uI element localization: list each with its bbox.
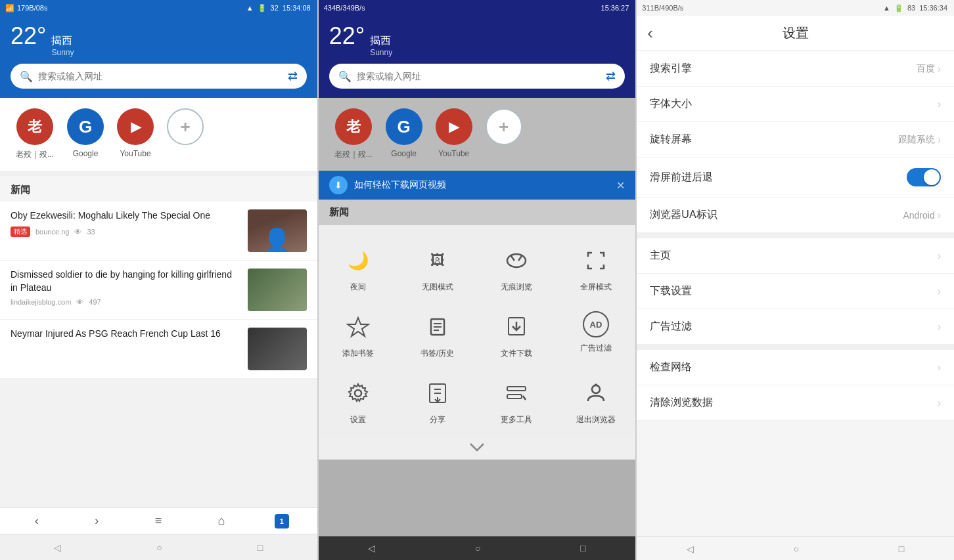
sys-recent-p3[interactable]: □ xyxy=(899,544,904,554)
menu-settings[interactable]: 设置 xyxy=(319,368,398,435)
menu-grid: 🌙 夜间 🖼 无图模式 无痕浏览 全屏模式 xyxy=(319,236,636,435)
chevron-search-engine: › xyxy=(938,63,941,75)
search-input-p1[interactable] xyxy=(38,71,283,81)
battery-icon-p3: 🔋 xyxy=(894,4,903,12)
news-badge-1: 精选 xyxy=(11,226,30,237)
nav-row-system: ◁ ○ □ xyxy=(0,534,317,560)
chevron-clear-data: › xyxy=(938,397,941,409)
news-source-1: bounce.ng xyxy=(35,228,69,236)
search-input-p2[interactable] xyxy=(357,71,601,81)
city-p1: 揭西 xyxy=(51,34,74,48)
news-source-2: lindaikejisblog.com xyxy=(11,298,71,306)
menu-download[interactable]: 文件下载 xyxy=(477,302,556,368)
scan-icon-p2[interactable]: ⇄ xyxy=(606,69,616,83)
menu-night[interactable]: 🌙 夜间 xyxy=(319,236,398,302)
news-item-2[interactable]: Dismissed soldier to die by hanging for … xyxy=(0,261,317,320)
home-btn-p1[interactable]: ⌂ xyxy=(212,511,232,530)
chevron-ua: › xyxy=(938,209,941,221)
divider-settings-1 xyxy=(637,233,954,238)
menu-btn-p1[interactable]: ≡ xyxy=(148,511,169,530)
wifi-icon-p3: ▲ xyxy=(883,4,890,12)
shortcut-youtube[interactable]: ▶ YouTube xyxy=(117,108,154,160)
back-btn-settings[interactable]: ‹ xyxy=(647,23,653,43)
shortcut-circle-google: G xyxy=(67,108,104,145)
svg-line-16 xyxy=(523,396,526,400)
search-engine-value: 百度 xyxy=(917,63,935,75)
menu-bookmark[interactable]: 添加书签 xyxy=(319,302,398,368)
sys-home-p2[interactable]: ○ xyxy=(475,543,480,553)
menu-history[interactable]: 书签/历史 xyxy=(398,302,477,368)
shortcut-add[interactable]: + xyxy=(167,108,204,160)
shortcut-circle-youtube-p2: ▶ xyxy=(436,108,472,145)
noimage-icon: 🖼 xyxy=(422,245,453,276)
swipe-nav-toggle[interactable] xyxy=(907,168,941,186)
menu-collapse-btn[interactable] xyxy=(319,435,636,460)
menu-exit[interactable]: 退出浏览器 xyxy=(556,368,636,435)
news-meta-2: lindaikejisblog.com 👁 497 xyxy=(11,298,240,306)
shortcut-circle-google-p2: G xyxy=(386,108,422,145)
setting-clear-data[interactable]: 清除浏览数据 › xyxy=(637,385,954,421)
svg-rect-17 xyxy=(507,395,522,398)
shortcut-circle-add-p2: + xyxy=(486,108,522,145)
news-thumb-1 xyxy=(248,209,307,252)
notif-close-btn[interactable]: ✕ xyxy=(616,179,625,192)
setting-font-size[interactable]: 字体大小 › xyxy=(637,87,954,122)
search-bar-p2[interactable]: 🔍 ⇄ xyxy=(329,64,625,89)
back-btn-p1[interactable]: ‹ xyxy=(28,511,45,530)
news-thumb-2 xyxy=(248,269,307,311)
menu-adblock[interactable]: AD 广告过滤 xyxy=(556,302,636,368)
setting-network[interactable]: 检查网络 › xyxy=(637,350,954,385)
news-item-3[interactable]: Neymar Injured As PSG Reach French Cup L… xyxy=(0,320,317,379)
search-bar-p1[interactable]: 🔍 ⇄ xyxy=(11,64,307,89)
setting-homepage[interactable]: 主页 › xyxy=(637,238,954,274)
menu-noimage[interactable]: 🖼 无图模式 xyxy=(398,236,477,302)
sys-back-p3[interactable]: ◁ xyxy=(687,544,694,554)
settings-list: 搜索引擎 百度 › 字体大小 › 旋转屏幕 跟随系统 › 滑屏前进后退 浏览器U… xyxy=(637,51,954,421)
news-headline-3: Neymar Injured As PSG Reach French Cup L… xyxy=(11,328,240,341)
tabs-btn-p1[interactable]: 1 xyxy=(275,514,289,528)
setting-adfilter[interactable]: 广告过滤 › xyxy=(637,309,954,345)
scan-icon-p1[interactable]: ⇄ xyxy=(288,69,298,83)
menu-incognito[interactable]: 无痕浏览 xyxy=(477,236,556,302)
menu-more[interactable]: 更多工具 xyxy=(477,368,556,435)
status-icons-p3: ▲ 🔋 83 15:36:34 xyxy=(883,4,947,12)
history-icon xyxy=(422,311,453,343)
sys-recent-p1[interactable]: □ xyxy=(251,540,269,555)
sys-home-p1[interactable]: ○ xyxy=(150,540,168,555)
menu-fullscreen[interactable]: 全屏模式 xyxy=(556,236,636,302)
shortcut-label-google: Google xyxy=(73,149,99,158)
weather-row-p2: 22° 揭西 Sunny xyxy=(329,22,625,57)
night-icon: 🌙 xyxy=(342,245,374,276)
shortcut-label-google-p2: Google xyxy=(391,149,417,158)
setting-search-engine[interactable]: 搜索引擎 百度 › xyxy=(637,51,954,87)
bottom-nav-p1: ‹ › ≡ ⌂ 1 ◁ ○ □ xyxy=(0,507,317,560)
setting-rotation[interactable]: 旋转屏幕 跟随系统 › xyxy=(637,122,954,158)
eye-icon-2: 👁 xyxy=(76,298,83,306)
shortcut-google[interactable]: G Google xyxy=(67,108,104,160)
shortcut-add-p2[interactable]: + xyxy=(486,108,522,160)
weather-desc-p1: Sunny xyxy=(51,48,74,57)
status-bar-left-p1: 📶 179B/08s xyxy=(5,4,47,12)
setting-swipe-nav[interactable]: 滑屏前进后退 xyxy=(637,158,954,198)
forward-btn-p1[interactable]: › xyxy=(88,511,105,530)
panel-browser-menu: 434B/349B/s 15:36:27 22° 揭西 Sunny 🔍 ⇄ 老 … xyxy=(319,0,636,560)
shortcut-circle-youtube: ▶ xyxy=(117,108,154,145)
shortcut-youtube-p2[interactable]: ▶ YouTube xyxy=(436,108,472,160)
sys-recent-p2[interactable]: □ xyxy=(580,543,585,553)
sys-home-p3[interactable]: ○ xyxy=(794,544,799,554)
panel-settings: 311B/490B/s ▲ 🔋 83 15:36:34 ‹ 设置 搜索引擎 百度… xyxy=(637,0,954,560)
divider-settings-2 xyxy=(637,345,954,350)
shortcut-google-p2[interactable]: G Google xyxy=(386,108,422,160)
shortcut-label-youtube-p2: YouTube xyxy=(438,149,469,158)
sys-back-p1[interactable]: ◁ xyxy=(47,540,68,555)
svg-line-2 xyxy=(518,256,522,261)
shortcut-laomo-p2[interactable]: 老 老殁｜殁... xyxy=(334,108,373,160)
sys-back-p2[interactable]: ◁ xyxy=(368,543,375,553)
setting-ua[interactable]: 浏览器UA标识 Android › xyxy=(637,198,954,233)
shortcut-laomo[interactable]: 老 老殁｜殁... xyxy=(16,108,54,160)
menu-share[interactable]: 分享 xyxy=(398,368,477,435)
shortcut-circle-add: + xyxy=(167,108,204,145)
setting-download[interactable]: 下载设置 › xyxy=(637,274,954,309)
news-item-1[interactable]: Oby Ezekwesili: Moghalu Likely The Speci… xyxy=(0,202,317,261)
svg-line-1 xyxy=(511,256,514,261)
